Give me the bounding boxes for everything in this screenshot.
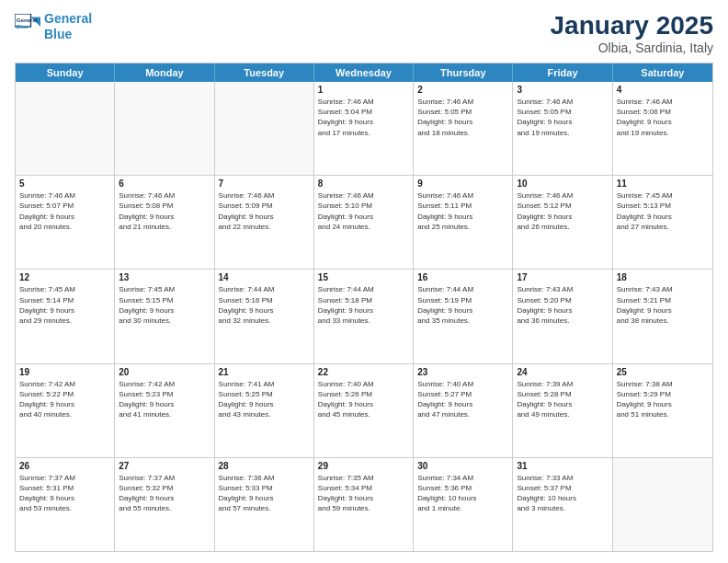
day-number: 19 (19, 367, 110, 377)
day-cell-6: 6Sunrise: 7:46 AM Sunset: 5:08 PM Daylig… (115, 176, 214, 269)
day-cell-16: 16Sunrise: 7:44 AM Sunset: 5:19 PM Dayli… (414, 270, 513, 362)
title-block: January 2025 Olbia, Sardinia, Italy (551, 11, 713, 55)
page: General Blue GeneralBlue January 2025 Ol… (0, 0, 728, 563)
day-cell-12: 12Sunrise: 7:45 AM Sunset: 5:14 PM Dayli… (16, 270, 115, 362)
day-cell-13: 13Sunrise: 7:45 AM Sunset: 5:15 PM Dayli… (115, 270, 214, 362)
day-number: 28 (219, 461, 310, 471)
day-number: 2 (417, 85, 508, 95)
location-title: Olbia, Sardinia, Italy (551, 40, 713, 55)
cell-info: Sunrise: 7:37 AM Sunset: 5:32 PM Dayligh… (119, 473, 210, 514)
cell-info: Sunrise: 7:36 AM Sunset: 5:33 PM Dayligh… (219, 473, 310, 514)
weekday-header-saturday: Saturday (613, 63, 712, 82)
calendar: SundayMondayTuesdayWednesdayThursdayFrid… (15, 63, 713, 552)
day-cell-23: 23Sunrise: 7:40 AM Sunset: 5:27 PM Dayli… (414, 364, 513, 457)
calendar-row-3: 19Sunrise: 7:42 AM Sunset: 5:22 PM Dayli… (16, 363, 712, 457)
day-cell-8: 8Sunrise: 7:46 AM Sunset: 5:10 PM Daylig… (314, 176, 414, 269)
day-number: 10 (517, 178, 608, 189)
cell-info: Sunrise: 7:44 AM Sunset: 5:18 PM Dayligh… (318, 284, 409, 326)
cell-info: Sunrise: 7:42 AM Sunset: 5:22 PM Dayligh… (19, 379, 110, 420)
cell-info: Sunrise: 7:40 AM Sunset: 5:26 PM Dayligh… (318, 379, 409, 420)
day-cell-4: 4Sunrise: 7:46 AM Sunset: 5:06 PM Daylig… (613, 82, 712, 175)
day-number: 24 (517, 367, 608, 377)
cell-info: Sunrise: 7:46 AM Sunset: 5:04 PM Dayligh… (318, 97, 409, 138)
day-number: 23 (417, 367, 508, 377)
logo: General Blue GeneralBlue (15, 11, 92, 42)
empty-cell-4-6 (613, 458, 712, 551)
day-cell-9: 9Sunrise: 7:46 AM Sunset: 5:11 PM Daylig… (414, 176, 513, 269)
day-cell-28: 28Sunrise: 7:36 AM Sunset: 5:33 PM Dayli… (215, 458, 314, 551)
day-number: 6 (119, 178, 210, 189)
day-number: 12 (19, 272, 110, 282)
day-cell-3: 3Sunrise: 7:46 AM Sunset: 5:05 PM Daylig… (513, 82, 612, 175)
cell-info: Sunrise: 7:41 AM Sunset: 5:25 PM Dayligh… (219, 379, 310, 420)
cell-info: Sunrise: 7:43 AM Sunset: 5:21 PM Dayligh… (617, 284, 709, 326)
empty-cell-0-2 (215, 82, 314, 175)
day-number: 21 (219, 367, 310, 377)
day-cell-27: 27Sunrise: 7:37 AM Sunset: 5:32 PM Dayli… (115, 458, 214, 551)
day-cell-17: 17Sunrise: 7:43 AM Sunset: 5:20 PM Dayli… (513, 270, 612, 362)
day-cell-26: 26Sunrise: 7:37 AM Sunset: 5:31 PM Dayli… (16, 458, 115, 551)
cell-info: Sunrise: 7:46 AM Sunset: 5:10 PM Dayligh… (318, 190, 409, 232)
cell-info: Sunrise: 7:39 AM Sunset: 5:28 PM Dayligh… (517, 379, 608, 420)
cell-info: Sunrise: 7:44 AM Sunset: 5:16 PM Dayligh… (219, 284, 310, 326)
cell-info: Sunrise: 7:46 AM Sunset: 5:08 PM Dayligh… (119, 190, 210, 232)
calendar-row-2: 12Sunrise: 7:45 AM Sunset: 5:14 PM Dayli… (16, 269, 712, 362)
header: General Blue GeneralBlue January 2025 Ol… (15, 11, 713, 55)
svg-text:General: General (17, 17, 38, 23)
cell-info: Sunrise: 7:45 AM Sunset: 5:15 PM Dayligh… (119, 284, 210, 326)
day-cell-18: 18Sunrise: 7:43 AM Sunset: 5:21 PM Dayli… (613, 270, 712, 362)
day-cell-29: 29Sunrise: 7:35 AM Sunset: 5:34 PM Dayli… (314, 458, 414, 551)
day-number: 5 (19, 178, 110, 189)
cell-info: Sunrise: 7:46 AM Sunset: 5:07 PM Dayligh… (19, 190, 110, 232)
day-number: 4 (617, 85, 709, 95)
day-number: 15 (318, 272, 409, 282)
weekday-header-wednesday: Wednesday (314, 63, 414, 82)
day-cell-19: 19Sunrise: 7:42 AM Sunset: 5:22 PM Dayli… (16, 364, 115, 457)
day-cell-31: 31Sunrise: 7:33 AM Sunset: 5:37 PM Dayli… (513, 458, 612, 551)
month-title: January 2025 (551, 11, 713, 40)
cell-info: Sunrise: 7:46 AM Sunset: 5:05 PM Dayligh… (517, 97, 608, 138)
empty-cell-0-0 (16, 82, 115, 175)
weekday-header-thursday: Thursday (414, 63, 513, 82)
cell-info: Sunrise: 7:43 AM Sunset: 5:20 PM Dayligh… (517, 284, 608, 326)
day-cell-25: 25Sunrise: 7:38 AM Sunset: 5:29 PM Dayli… (613, 364, 712, 457)
day-cell-22: 22Sunrise: 7:40 AM Sunset: 5:26 PM Dayli… (314, 364, 414, 457)
day-number: 17 (517, 272, 608, 282)
day-cell-30: 30Sunrise: 7:34 AM Sunset: 5:36 PM Dayli… (414, 458, 513, 551)
cell-info: Sunrise: 7:40 AM Sunset: 5:27 PM Dayligh… (417, 379, 508, 420)
day-cell-2: 2Sunrise: 7:46 AM Sunset: 5:05 PM Daylig… (414, 82, 513, 175)
day-cell-7: 7Sunrise: 7:46 AM Sunset: 5:09 PM Daylig… (215, 176, 314, 269)
day-number: 26 (19, 461, 110, 471)
cell-info: Sunrise: 7:45 AM Sunset: 5:14 PM Dayligh… (19, 284, 110, 326)
cell-info: Sunrise: 7:38 AM Sunset: 5:29 PM Dayligh… (617, 379, 709, 420)
day-cell-20: 20Sunrise: 7:42 AM Sunset: 5:23 PM Dayli… (115, 364, 214, 457)
cell-info: Sunrise: 7:33 AM Sunset: 5:37 PM Dayligh… (517, 473, 608, 514)
day-cell-15: 15Sunrise: 7:44 AM Sunset: 5:18 PM Dayli… (314, 270, 414, 362)
day-cell-14: 14Sunrise: 7:44 AM Sunset: 5:16 PM Dayli… (215, 270, 314, 362)
day-number: 8 (318, 178, 409, 189)
cell-info: Sunrise: 7:46 AM Sunset: 5:11 PM Dayligh… (417, 190, 508, 232)
cell-info: Sunrise: 7:46 AM Sunset: 5:09 PM Dayligh… (219, 190, 310, 232)
day-cell-10: 10Sunrise: 7:46 AM Sunset: 5:12 PM Dayli… (513, 176, 612, 269)
day-number: 27 (119, 461, 210, 471)
day-number: 20 (119, 367, 210, 377)
cell-info: Sunrise: 7:35 AM Sunset: 5:34 PM Dayligh… (318, 473, 409, 514)
day-number: 18 (617, 272, 709, 282)
weekday-header-tuesday: Tuesday (215, 63, 314, 82)
day-number: 1 (318, 85, 409, 95)
day-number: 29 (318, 461, 409, 471)
cell-info: Sunrise: 7:46 AM Sunset: 5:06 PM Dayligh… (617, 97, 709, 138)
day-cell-21: 21Sunrise: 7:41 AM Sunset: 5:25 PM Dayli… (215, 364, 314, 457)
svg-text:Blue: Blue (17, 23, 29, 29)
cell-info: Sunrise: 7:37 AM Sunset: 5:31 PM Dayligh… (19, 473, 110, 514)
calendar-body: 1Sunrise: 7:46 AM Sunset: 5:04 PM Daylig… (16, 82, 712, 551)
cell-info: Sunrise: 7:42 AM Sunset: 5:23 PM Dayligh… (119, 379, 210, 420)
day-cell-24: 24Sunrise: 7:39 AM Sunset: 5:28 PM Dayli… (513, 364, 612, 457)
day-number: 7 (219, 178, 310, 189)
day-number: 22 (318, 367, 409, 377)
logo-icon: General Blue (15, 14, 40, 40)
cell-info: Sunrise: 7:44 AM Sunset: 5:19 PM Dayligh… (417, 284, 508, 326)
calendar-row-4: 26Sunrise: 7:37 AM Sunset: 5:31 PM Dayli… (16, 457, 712, 551)
day-cell-1: 1Sunrise: 7:46 AM Sunset: 5:04 PM Daylig… (314, 82, 414, 175)
day-cell-5: 5Sunrise: 7:46 AM Sunset: 5:07 PM Daylig… (16, 176, 115, 269)
